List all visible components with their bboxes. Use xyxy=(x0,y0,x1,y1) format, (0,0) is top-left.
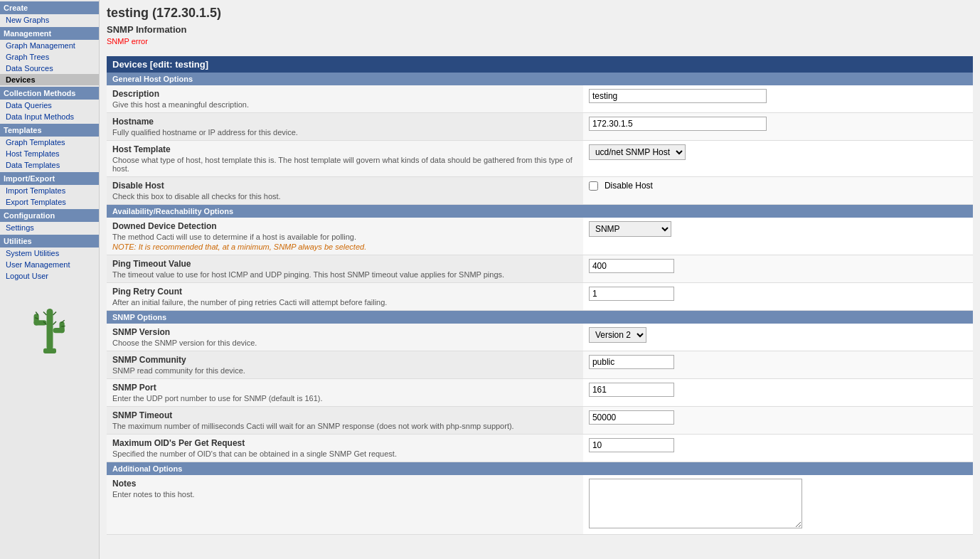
svg-rect-2 xyxy=(33,314,38,325)
sidebar-section-management: Management xyxy=(0,27,99,40)
snmp-port-desc: Enter the UDP port number to use for SNM… xyxy=(112,394,577,403)
sidebar-section-import-export: Import/Export xyxy=(0,172,99,185)
notes-label: Notes xyxy=(112,479,577,489)
sidebar-item-settings[interactable]: Settings xyxy=(0,222,99,233)
ping-timeout-input[interactable] xyxy=(589,259,674,273)
svg-line-13 xyxy=(61,326,65,326)
downed-device-label: Downed Device Detection xyxy=(112,221,577,231)
sidebar: Create New Graphs Management Graph Manag… xyxy=(0,0,100,559)
snmp-version-select[interactable]: Version 1 Version 2 Version 3 xyxy=(589,327,646,343)
sidebar-item-data-queries[interactable]: Data Queries xyxy=(0,100,99,111)
host-template-desc: Choose what type of host, host template … xyxy=(112,156,577,173)
svg-rect-0 xyxy=(46,309,53,351)
availability-bar: Availability/Reachability Options xyxy=(107,205,973,218)
snmp-community-row: SNMP Community SNMP read community for t… xyxy=(107,351,973,379)
snmp-port-row: SNMP Port Enter the UDP port number to u… xyxy=(107,379,973,407)
description-row: Description Give this host a meaningful … xyxy=(107,85,973,113)
page-title: testing (172.30.1.5) xyxy=(107,6,221,21)
sidebar-section-collection: Collection Methods xyxy=(0,87,99,100)
snmp-community-label: SNMP Community xyxy=(112,355,577,365)
sidebar-item-data-sources[interactable]: Data Sources xyxy=(0,63,99,74)
sidebar-item-import-templates[interactable]: Import Templates xyxy=(0,185,99,196)
snmp-info-title: SNMP Information xyxy=(107,24,221,35)
sidebar-item-graph-templates[interactable]: Graph Templates xyxy=(0,137,99,148)
sidebar-section-templates: Templates xyxy=(0,124,99,137)
sidebar-section-configuration: Configuration xyxy=(0,209,99,222)
additional-form: Notes Enter notes to this host. xyxy=(107,475,973,535)
sidebar-item-export-templates[interactable]: Export Templates xyxy=(0,196,99,208)
ping-retry-desc: After an initial failure, the number of … xyxy=(112,298,577,307)
snmp-timeout-desc: The maximum number of milliseconds Cacti… xyxy=(112,422,577,430)
availability-form: Downed Device Detection The method Cacti… xyxy=(107,218,973,311)
svg-line-9 xyxy=(53,312,56,316)
svg-line-11 xyxy=(53,321,56,325)
snmp-options-bar: SNMP Options xyxy=(107,311,973,324)
ping-timeout-row: Ping Timeout Value The timeout value to … xyxy=(107,255,973,283)
sidebar-item-data-input-methods[interactable]: Data Input Methods xyxy=(0,111,99,122)
sidebar-item-graph-trees[interactable]: Graph Trees xyxy=(0,51,99,63)
snmp-form: SNMP Version Choose the SNMP version for… xyxy=(107,324,973,462)
notes-row: Notes Enter notes to this host. xyxy=(107,475,973,535)
ping-retry-label: Ping Retry Count xyxy=(112,287,577,297)
description-label: Description xyxy=(112,89,577,99)
snmp-port-label: SNMP Port xyxy=(112,383,577,393)
host-template-label: Host Template xyxy=(112,144,577,154)
ping-timeout-desc: The timeout value to use for host ICMP a… xyxy=(112,270,577,279)
disable-host-checkbox[interactable] xyxy=(589,181,598,191)
ping-retry-input[interactable] xyxy=(589,287,674,301)
snmp-port-input[interactable] xyxy=(589,383,674,397)
sidebar-item-logout-user[interactable]: Logout User xyxy=(0,270,99,282)
snmp-version-row: SNMP Version Choose the SNMP version for… xyxy=(107,324,973,351)
disable-host-checkbox-label[interactable]: Disable Host xyxy=(589,181,967,191)
snmp-timeout-row: SNMP Timeout The maximum number of milli… xyxy=(107,407,973,435)
max-oids-desc: Specified the number of OID's that can b… xyxy=(112,449,577,458)
snmp-version-label: SNMP Version xyxy=(112,327,577,337)
max-oids-input[interactable] xyxy=(589,438,674,452)
sidebar-item-system-utilities[interactable]: System Utilities xyxy=(0,247,99,259)
snmp-community-input[interactable] xyxy=(589,355,674,369)
svg-rect-5 xyxy=(43,348,56,353)
sidebar-section-create: Create xyxy=(0,1,99,14)
downed-device-select[interactable]: None Ping SNMP Ping and SNMP xyxy=(589,221,671,237)
sidebar-item-devices[interactable]: Devices xyxy=(0,74,99,85)
max-oids-row: Maximum OID's Per Get Request Specified … xyxy=(107,435,973,462)
notes-textarea[interactable] xyxy=(589,479,802,528)
hostname-label: Hostname xyxy=(112,117,577,127)
main-content: testing (172.30.1.5) SNMP Information SN… xyxy=(100,0,980,559)
downed-device-note: NOTE: It is recommended that, at a minim… xyxy=(112,243,577,251)
description-desc: Give this host a meaningful description. xyxy=(112,100,577,109)
device-header: Devices [edit: testing] xyxy=(107,56,973,73)
disable-host-row: Disable Host Check this box to disable a… xyxy=(107,177,973,205)
host-template-row: Host Template Choose what type of host, … xyxy=(107,141,973,177)
notes-desc: Enter notes to this host. xyxy=(112,490,577,499)
sidebar-item-host-templates[interactable]: Host Templates xyxy=(0,148,99,159)
sidebar-item-graph-management[interactable]: Graph Management xyxy=(0,40,99,51)
cactus-logo xyxy=(21,296,78,360)
hostname-row: Hostname Fully qualified hostname or IP … xyxy=(107,113,973,141)
description-input[interactable] xyxy=(589,89,767,103)
ping-retry-row: Ping Retry Count After an initial failur… xyxy=(107,283,973,311)
downed-device-desc: The method Cacti will use to determine i… xyxy=(112,233,577,241)
sidebar-section-utilities: Utilities xyxy=(0,235,99,247)
ping-timeout-label: Ping Timeout Value xyxy=(112,259,577,269)
general-host-options-bar: General Host Options xyxy=(107,73,973,85)
sidebar-item-user-management[interactable]: User Management xyxy=(0,259,99,270)
hostname-input[interactable] xyxy=(589,117,767,131)
max-oids-label: Maximum OID's Per Get Request xyxy=(112,438,577,448)
disable-host-checkbox-text: Disable Host xyxy=(604,181,653,191)
snmp-timeout-input[interactable] xyxy=(589,410,674,425)
sidebar-item-new-graphs[interactable]: New Graphs xyxy=(0,14,99,26)
hostname-desc: Fully qualified hostname or IP address f… xyxy=(112,128,577,137)
disable-host-desc: Check this box to disable all checks for… xyxy=(112,192,577,201)
disable-host-label: Disable Host xyxy=(112,181,577,191)
svg-line-8 xyxy=(43,312,47,316)
general-host-form: Description Give this host a meaningful … xyxy=(107,85,973,205)
host-template-select[interactable]: None ucd/net SNMP Host Windows 2000/XP xyxy=(589,144,686,160)
additional-options-bar: Additional Options xyxy=(107,462,973,475)
sidebar-item-data-templates[interactable]: Data Templates xyxy=(0,159,99,171)
snmp-error-text: SNMP error xyxy=(107,37,221,46)
snmp-timeout-label: SNMP Timeout xyxy=(112,410,577,420)
snmp-version-desc: Choose the SNMP version for this device. xyxy=(112,339,577,347)
downed-device-row: Downed Device Detection The method Cacti… xyxy=(107,218,973,255)
snmp-community-desc: SNMP read community for this device. xyxy=(112,366,577,375)
